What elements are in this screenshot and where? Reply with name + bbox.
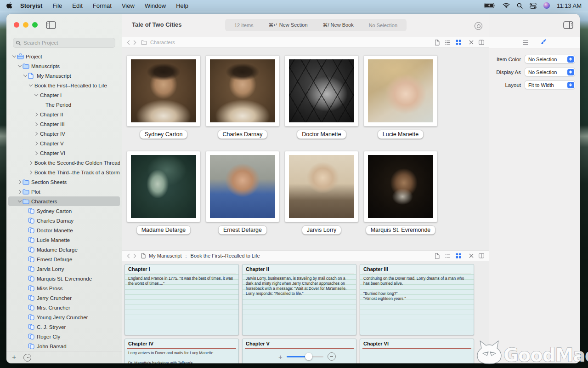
sidebar-item-roger-cly[interactable]: Roger Cly <box>8 332 120 341</box>
wifi-icon[interactable] <box>503 3 510 8</box>
forward-icon[interactable] <box>133 40 136 45</box>
sidebar-item-characters[interactable]: Characters <box>8 196 120 206</box>
new-book-shortcut[interactable]: ⌘/ New Book <box>322 22 353 28</box>
sidebar-item-chapter-i[interactable]: Chapter I <box>8 90 120 100</box>
list-view-icon[interactable] <box>445 40 451 45</box>
menu-file[interactable]: File <box>52 2 62 9</box>
sidebar-item-mrs-cruncher[interactable]: Mrs. Cruncher <box>8 303 120 312</box>
focus-target-icon[interactable] <box>475 22 482 30</box>
project-search-field[interactable] <box>13 38 115 48</box>
item-color-dropdown[interactable]: No Selection <box>525 55 575 63</box>
chapter-card-chapter-ii[interactable]: Chapter IIJarvis Lorry, businessman, is … <box>242 264 356 335</box>
disclosure-open-icon[interactable] <box>11 53 17 59</box>
character-card-jarvis-lorry[interactable]: Jarvis Lorry <box>285 151 358 235</box>
disclosure-closed-icon[interactable] <box>33 111 39 117</box>
grid-view-icon[interactable] <box>456 253 461 259</box>
search-icon[interactable] <box>517 3 523 9</box>
control-center-icon[interactable] <box>530 3 537 9</box>
sidebar-item-lucie-manette[interactable]: Lucie Manette <box>8 235 120 245</box>
character-card-charles-darnay[interactable]: Charles Darnay <box>206 55 279 139</box>
add-item-icon[interactable]: + <box>12 354 16 361</box>
character-card-madame-defarge[interactable]: Madame Defarge <box>127 151 200 235</box>
close-pane-icon[interactable] <box>469 40 474 45</box>
disclosure-open-icon[interactable] <box>17 63 23 69</box>
character-card-doctor-manette[interactable]: Doctor Manette <box>285 55 358 139</box>
character-card-lucie-manette[interactable]: Lucie Manette <box>364 55 437 139</box>
sidebar-item-madame-defarge[interactable]: Madame Defarge <box>8 245 120 254</box>
chapter-card-chapter-iv[interactable]: Chapter IVLorry arrives in Dover and wai… <box>124 339 239 363</box>
sidebar-item-c-j-stryver[interactable]: C. J. Stryver <box>8 322 120 332</box>
disclosure-closed-icon[interactable] <box>33 131 39 137</box>
split-view-icon[interactable] <box>479 40 484 45</box>
character-card-ernest-defarge[interactable]: Ernest Defarge <box>206 151 279 235</box>
minimize-window-button[interactable] <box>23 22 28 28</box>
dropdown-stepper-icon[interactable] <box>567 69 574 75</box>
layout-dropdown[interactable]: Fit to Width <box>525 80 575 89</box>
menu-window[interactable]: Window <box>145 2 166 9</box>
sidebar-item-jerry-cruncher[interactable]: Jerry Cruncher <box>8 293 120 303</box>
tab-settings-icon[interactable] <box>523 40 528 45</box>
new-sheet-icon[interactable] <box>435 40 440 46</box>
list-view-icon[interactable] <box>445 253 451 259</box>
sidebar-item-manuscripts[interactable]: Manuscripts <box>8 61 120 71</box>
sidebar-item-ernest-defarge[interactable]: Ernest Defarge <box>8 254 120 264</box>
forward-icon[interactable] <box>133 253 136 259</box>
disclosure-closed-icon[interactable] <box>33 121 39 127</box>
sidebar-item-chapter-v[interactable]: Chapter V <box>8 138 120 148</box>
menu-clock[interactable]: 11:13 AM <box>557 2 582 9</box>
sidebar-item-chapter-iv[interactable]: Chapter IV <box>8 129 120 138</box>
sidebar-item-the-period[interactable]: The Period <box>8 100 120 109</box>
sidebar-item-book-the-first-recalled-to-life[interactable]: Book the First--Recalled to Life <box>8 80 120 90</box>
sidebar-item-doctor-manette[interactable]: Doctor Manette <box>8 225 120 235</box>
tab-style-icon[interactable] <box>540 39 547 47</box>
back-icon[interactable] <box>127 253 130 259</box>
breadcrumb-book[interactable]: Book the First--Recalled to Life <box>191 253 260 259</box>
character-card-marquis-st-evremonde[interactable]: Marquis St. Evremonde <box>364 151 437 235</box>
breadcrumb[interactable]: Characters <box>150 40 175 45</box>
sidebar-item-miss-pross[interactable]: Miss Pross <box>8 283 120 293</box>
disclosure-open-icon[interactable] <box>28 82 34 88</box>
sidebar-item-chapter-vi[interactable]: Chapter VI <box>8 148 120 158</box>
breadcrumb-manuscript[interactable]: My Manuscript <box>149 253 182 259</box>
disclosure-closed-icon[interactable] <box>33 140 39 146</box>
disclosure-closed-icon[interactable] <box>33 150 39 156</box>
zoom-in-icon[interactable]: + <box>278 353 283 360</box>
menu-app-name[interactable]: Storyist <box>20 2 42 9</box>
disclosure-closed-icon[interactable] <box>17 189 23 195</box>
sidebar-item-young-jerry-cruncher[interactable]: Young Jerry Cruncher <box>8 312 120 322</box>
chapter-card-chapter-i[interactable]: Chapter IEngland and France in 1775. "It… <box>124 264 239 335</box>
sidebar-item-jarvis-lorry[interactable]: Jarvis Lorry <box>8 264 120 274</box>
more-options-icon[interactable] <box>23 354 31 362</box>
menu-help[interactable]: Help <box>176 2 188 9</box>
sidebar-toggle-icon[interactable] <box>46 21 56 31</box>
grid-view-icon[interactable] <box>456 40 461 45</box>
zoom-out-icon[interactable] <box>328 352 336 361</box>
disclosure-closed-icon[interactable] <box>28 160 34 166</box>
zoom-slider-knob[interactable] <box>305 353 312 360</box>
sidebar-item-book-the-second-the-golden-thread[interactable]: Book the Second-the Golden Thread <box>8 158 120 167</box>
display-as-dropdown[interactable]: No Selection <box>525 68 575 76</box>
sidebar-item-book-the-third-the-track-of-a-storm[interactable]: Book the Third--the Track of a Storm <box>8 167 120 177</box>
battery-icon[interactable] <box>484 3 496 8</box>
back-icon[interactable] <box>127 40 130 45</box>
menu-edit[interactable]: Edit <box>72 2 82 9</box>
sidebar-item-plot[interactable]: Plot <box>8 187 120 196</box>
sidebar-item-marquis-st-evremonde[interactable]: Marquis St. Evremonde <box>8 274 120 283</box>
close-window-button[interactable] <box>14 22 19 28</box>
siri-icon[interactable] <box>543 2 550 9</box>
dropdown-stepper-icon[interactable] <box>567 82 574 88</box>
sidebar-item-project[interactable]: Project <box>8 52 120 61</box>
sidebar-item-my-manuscript[interactable]: My Manuscript <box>8 71 120 80</box>
close-pane-icon[interactable] <box>469 253 474 258</box>
disclosure-open-icon[interactable] <box>22 73 28 79</box>
sidebar-item-sydney-carton[interactable]: Sydney Carton <box>8 206 120 216</box>
inspector-toggle-icon[interactable] <box>563 21 573 31</box>
sidebar-item-section-sheets[interactable]: Section Sheets <box>8 177 120 187</box>
zoom-slider[interactable] <box>287 356 323 357</box>
disclosure-open-icon[interactable] <box>17 198 23 204</box>
menu-format[interactable]: Format <box>93 2 112 9</box>
menu-view[interactable]: View <box>122 2 135 9</box>
chapter-card-chapter-vi[interactable]: Chapter VI <box>360 339 474 363</box>
disclosure-open-icon[interactable] <box>33 92 39 98</box>
sidebar-item-chapter-iii[interactable]: Chapter III <box>8 119 120 129</box>
